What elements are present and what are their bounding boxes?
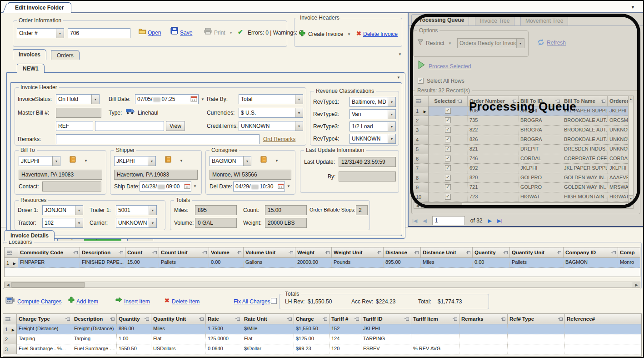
charge-row[interactable]: 2 Tarping Tarping 1.00 Flat 125.0000 Fla… [3,334,641,344]
tab-invoice-details[interactable]: Invoice Details [5,230,55,241]
cell-tariff-id[interactable]: TARPING [361,334,411,344]
queue-row[interactable]: 8 820 GOLPRO GOLDEN WAY IN... AAAEVE [414,173,633,183]
column-header-charge[interactable]: Charge [294,314,329,324]
location-row[interactable]: 1 FINPAPER FINISHED PAPE... 15.00 Pallet… [5,258,640,268]
chevron-down-icon[interactable] [148,156,155,166]
cell-rate-unit[interactable]: $/Dollar [242,344,294,354]
chevron-down-icon[interactable] [243,156,251,166]
row-checkbox[interactable] [445,136,451,142]
column-header-description[interactable]: Description [80,247,125,257]
queue-row[interactable]: 5 821 DREPIT DRESDEN INDUS... UNKNOW [414,145,633,154]
prev-page-button[interactable]: ◀ [423,218,426,224]
bill-date-dropdown-icon[interactable]: ▼ [201,97,205,101]
cell-ordered[interactable]: ORCSMI [608,116,629,125]
cell-bill-to-name[interactable]: GOLDEN WAY IN... [562,173,608,182]
insert-arrow-icon[interactable] [115,297,122,303]
column-header-weight[interactable]: Weight [295,247,332,257]
cell-bill-to-name[interactable]: CORPORATE OFF... [562,154,608,163]
locations-horizontal-scrollbar[interactable]: ◀ ▶ [4,282,640,288]
credit-terms-select[interactable]: UNKNOWN [239,121,303,131]
cell-ordered[interactable]: MRSWAR [608,183,629,192]
revtype2-select[interactable]: Van [349,109,396,119]
row-checkbox[interactable] [445,117,451,123]
select-all-rows-checkbox[interactable] [418,78,424,84]
cell-tariff-number[interactable]: 120 [329,344,361,354]
column-header-distance[interactable]: Distance [384,247,421,257]
row-checkbox[interactable] [445,165,451,171]
calendar-icon[interactable] [184,183,190,189]
chevron-down-icon[interactable] [149,218,156,227]
cell-tariff-number[interactable]: 152 [329,324,361,334]
chevron-down-icon[interactable] [295,121,303,131]
chevron-down-icon[interactable] [388,97,395,106]
delete-invoice-link[interactable]: Delete Invoice [363,31,398,37]
cell-bill-to-id[interactable]: JKLPHI [519,164,562,173]
pin-icon[interactable] [289,251,293,254]
row-checkbox[interactable] [445,184,451,190]
order-type-select[interactable]: Order # [17,28,64,38]
column-header-description[interactable]: Description [72,314,117,324]
cell-order-number[interactable]: 822 [468,126,519,135]
tab-new1[interactable]: NEW1 [17,64,45,73]
delete-x-icon[interactable]: ✖ [165,297,170,304]
chevron-down-icon[interactable] [388,110,395,119]
shipper-select[interactable]: JKLPHI [114,156,156,166]
column-header-quantity-unit[interactable]: Quantity Unit [510,247,564,257]
pin-icon[interactable] [199,317,204,321]
column-header-count[interactable]: Count [125,247,159,257]
delete-x-icon[interactable]: ✖ [356,30,361,37]
add-item-link[interactable]: Add Item [76,298,98,305]
queue-row[interactable]: 2 735 BROGRA BROOKDALE AUT... ORCSMI [414,116,633,126]
scroll-right-icon[interactable]: ▶ [633,282,640,287]
cell-commodity-code[interactable]: FINPAPER [18,258,80,267]
add-plus-icon[interactable] [68,297,75,303]
queue-row[interactable]: 7 692 JKLPHI JKL PAPER SUPPL... JKLPHI [414,164,633,173]
pin-icon[interactable] [601,99,605,103]
cell-weight-unit[interactable]: Pounds [332,258,384,267]
cell-ref-type[interactable] [508,324,565,334]
cell-bill-to-id[interactable]: HIGWAT [519,192,562,202]
cell-weight[interactable]: 20000.00 [295,258,332,267]
cell-quantity[interactable]: 1.00 [117,334,151,344]
pin-icon[interactable] [73,251,78,254]
column-header-charge-type[interactable]: Charge Type [17,314,72,324]
cell-rate-unit[interactable]: Flat [242,334,294,344]
create-invoice-button[interactable]: Create Invoice [308,31,343,37]
cell-quantity-unit[interactable]: Miles [151,324,206,334]
cell-bill-to-id[interactable]: CORDAL [519,154,562,163]
row-checkbox[interactable] [445,127,451,133]
pin-icon[interactable] [558,317,563,321]
trailer1-select[interactable]: 5001 [116,205,157,215]
cell-order-number[interactable]: 826 [468,135,519,144]
bill-date-input[interactable]: 07/05/07:25 [135,94,199,104]
cell-volume[interactable]: 0.00 [209,258,244,267]
pin-icon[interactable] [466,251,470,254]
cell-quantity-unit[interactable]: Flat [151,334,206,344]
cell-ordered[interactable]: HIGWAT [608,192,629,202]
first-page-button[interactable]: |◀ [412,218,417,224]
row-checkbox[interactable] [445,108,451,114]
cell-count-unit[interactable]: Pallets [159,258,209,267]
cell-bill-to-id[interactable]: DREPIT [519,145,562,154]
tab-invoice-tree[interactable]: Invoice Tree [475,15,514,25]
new1-collapse-icon[interactable]: ▼ [397,76,400,80]
row-checkbox[interactable] [445,146,451,152]
chevron-down-icon[interactable] [149,206,156,215]
pin-icon[interactable] [287,317,292,321]
cell-distance[interactable]: 895.00 [384,258,421,267]
revtype4-select[interactable]: UNKNOWN [349,134,396,144]
cell-bill-to-id[interactable]: GOLPRO [519,173,562,182]
chevron-down-icon[interactable] [56,29,64,38]
chevron-down-icon[interactable] [91,95,99,104]
cell-bill-to-id[interactable]: BROGRA [519,116,562,125]
column-header-quantity[interactable]: Quantity [473,247,510,257]
queue-vertical-scrollbar[interactable]: ▲ ▼ [628,96,634,202]
cell-remarks[interactable] [459,324,508,334]
carrier-select[interactable]: UNKNOWN [116,218,157,228]
cell-ordered[interactable]: UNKNOW [608,135,629,144]
grid-options-icon[interactable] [5,247,18,257]
cell-order-number[interactable]: 820 [468,173,519,182]
cell-order-number[interactable]: 692 [468,164,519,173]
cell-bill-to-id[interactable]: GOLPRO [519,183,562,192]
cell-bill-to-name[interactable]: JKL PAPER SUPPL... [562,164,608,173]
